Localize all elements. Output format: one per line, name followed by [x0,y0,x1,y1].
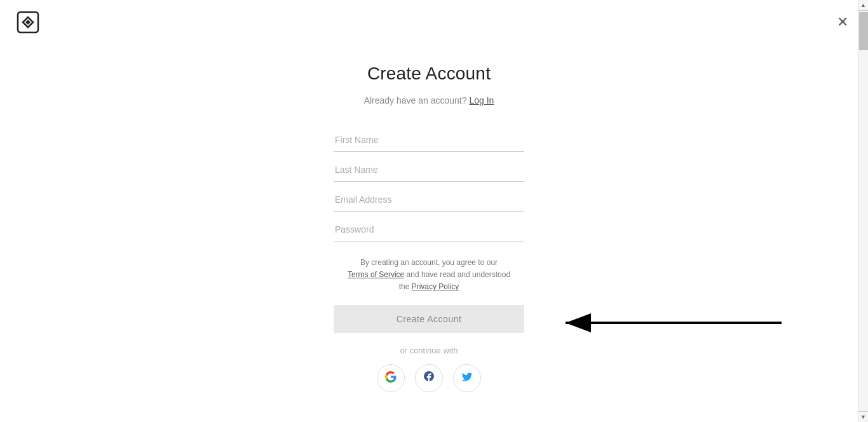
scroll-down-arrow[interactable]: ▼ [858,411,869,422]
first-name-input[interactable] [334,128,524,152]
facebook-login-button[interactable] [415,364,443,392]
twitter-icon [461,371,473,385]
twitter-login-button[interactable] [453,364,481,392]
or-continue-text: or continue with [334,346,524,355]
scroll-up-arrow[interactable]: ▲ [858,0,869,11]
privacy-policy-link[interactable]: Privacy Policy [412,282,459,291]
email-input[interactable] [334,188,524,212]
close-button[interactable]: ✕ [832,12,853,32]
signup-form: By creating an account, you agree to our… [334,128,524,392]
google-icon [385,371,397,385]
terms-middle: and have read and understood [407,270,510,279]
facebook-icon [423,371,435,385]
squarespace-logo [15,10,41,35]
create-account-button[interactable]: Create Account [334,305,524,333]
login-link[interactable]: Log In [469,95,494,106]
google-login-button[interactable] [377,364,405,392]
login-prompt-text: Already have an account? [364,95,467,106]
terms-suffix: the [399,282,410,291]
header: ✕ [0,0,868,44]
scrollbar-thumb[interactable] [859,12,868,50]
social-login-buttons [334,364,524,392]
last-name-input[interactable] [334,158,524,182]
login-prompt: Already have an account? Log In [364,95,494,106]
scrollbar[interactable]: ▲ ▼ [858,0,868,422]
page-title: Create Account [367,64,491,84]
password-input[interactable] [334,218,524,242]
main-content: Create Account Already have an account? … [0,44,858,422]
terms-text: By creating an account, you agree to our… [334,257,524,294]
terms-of-service-link[interactable]: Terms of Service [348,270,404,279]
terms-prefix: By creating an account, you agree to our [360,258,498,267]
